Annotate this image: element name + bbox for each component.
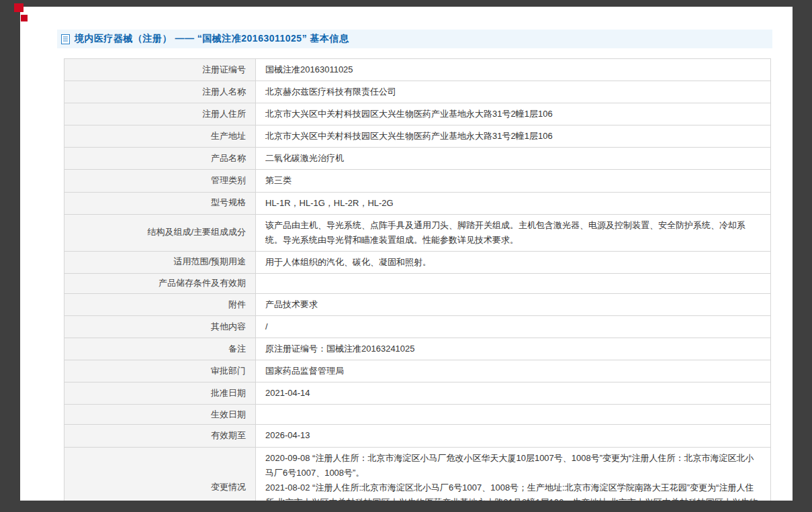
row-label: 其他内容 bbox=[64, 316, 256, 338]
row-value bbox=[256, 405, 771, 425]
row-label: 结构及组成/主要组成成分 bbox=[64, 214, 256, 251]
table-row: 备注 原注册证编号：国械注准20163241025 bbox=[64, 338, 771, 360]
document-icon bbox=[61, 34, 70, 44]
page-title: 境内医疗器械（注册） —— “国械注准20163011025” 基本信息 bbox=[75, 33, 349, 45]
row-value: 二氧化碳激光治疗机 bbox=[256, 148, 771, 170]
row-label: 注册人住所 bbox=[64, 103, 256, 125]
row-value: 原注册证编号：国械注准20163241025 bbox=[256, 338, 771, 360]
row-label: 审批部门 bbox=[64, 360, 256, 382]
row-value: HL-1R，HL-1G，HL-2R，HL-2G bbox=[256, 192, 771, 214]
row-label: 生产地址 bbox=[64, 125, 256, 148]
row-value: / bbox=[256, 316, 771, 338]
table-row: 注册人住所 北京市大兴区中关村科技园区大兴生物医药产业基地永大路31号2幢1层1… bbox=[64, 103, 771, 125]
row-value: 该产品由主机、导光系统、点阵手具及通用刀头、脚踏开关组成。主机包含激光器、电源及… bbox=[256, 214, 771, 251]
table-row: 有效期至 2026-04-13 bbox=[64, 425, 771, 447]
row-label: 备注 bbox=[64, 338, 256, 360]
table-row: 生效日期 bbox=[64, 405, 771, 425]
row-value: 产品技术要求 bbox=[256, 293, 771, 315]
table-row: 产品名称 二氧化碳激光治疗机 bbox=[64, 148, 771, 170]
row-value: 国械注准20163011025 bbox=[256, 59, 771, 81]
row-value bbox=[256, 273, 771, 293]
table-row: 结构及组成/主要组成成分 该产品由主机、导光系统、点阵手具及通用刀头、脚踏开关组… bbox=[64, 214, 771, 251]
row-label: 变更情况 bbox=[64, 447, 256, 501]
table-row: 管理类别 第三类 bbox=[64, 170, 771, 192]
table-row: 产品储存条件及有效期 bbox=[64, 273, 771, 293]
row-value: 北京市大兴区中关村科技园区大兴生物医药产业基地永大路31号2幢1层106 bbox=[256, 103, 771, 125]
table-row: 注册人名称 北京赫尔兹医疗科技有限责任公司 bbox=[64, 81, 771, 103]
browser-viewport: 境内医疗器械（注册） —— “国械注准20163011025” 基本信息 注册证… bbox=[0, 0, 812, 512]
table-row: 型号规格 HL-1R，HL-1G，HL-2R，HL-2G bbox=[64, 192, 771, 214]
row-label: 适用范围/预期用途 bbox=[64, 251, 256, 273]
row-value: 2021-04-14 bbox=[256, 382, 771, 405]
row-value: 用于人体组织的汽化、碳化、凝固和照射。 bbox=[256, 251, 771, 273]
table-row: 审批部门 国家药品监督管理局 bbox=[64, 360, 771, 382]
row-label: 管理类别 bbox=[64, 170, 256, 192]
row-label: 附件 bbox=[64, 293, 256, 315]
table-row: 其他内容 / bbox=[64, 316, 771, 338]
row-label: 注册人名称 bbox=[64, 81, 256, 103]
registration-info-table: 注册证编号 国械注准20163011025 注册人名称 北京赫尔兹医疗科技有限责… bbox=[64, 58, 771, 501]
table-row: 批准日期 2021-04-14 bbox=[64, 382, 771, 405]
row-label: 有效期至 bbox=[64, 425, 256, 447]
table-row: 生产地址 北京市大兴区中关村科技园区大兴生物医药产业基地永大路31号2幢1层10… bbox=[64, 125, 771, 148]
row-value: 2026-04-13 bbox=[256, 425, 771, 447]
red-marker-small-icon bbox=[21, 15, 28, 21]
row-value: 北京赫尔兹医疗科技有限责任公司 bbox=[256, 81, 771, 103]
row-label: 产品名称 bbox=[64, 148, 256, 170]
row-label: 批准日期 bbox=[64, 382, 256, 405]
page-title-bar: 境内医疗器械（注册） —— “国械注准20163011025” 基本信息 bbox=[57, 30, 772, 48]
info-table-body: 注册证编号 国械注准20163011025 注册人名称 北京赫尔兹医疗科技有限责… bbox=[64, 59, 771, 501]
row-label: 生效日期 bbox=[64, 405, 256, 425]
row-label: 产品储存条件及有效期 bbox=[64, 273, 256, 293]
row-value: 2020-09-08 “注册人住所：北京市海淀区小马厂危改小区华天大厦10层10… bbox=[256, 447, 771, 501]
red-marker-icon bbox=[14, 3, 24, 12]
table-row: 适用范围/预期用途 用于人体组织的汽化、碳化、凝固和照射。 bbox=[64, 251, 771, 273]
table-row: 注册证编号 国械注准20163011025 bbox=[64, 59, 771, 81]
row-value: 国家药品监督管理局 bbox=[256, 360, 771, 382]
table-row: 附件 产品技术要求 bbox=[64, 293, 771, 315]
row-value: 第三类 bbox=[256, 170, 771, 192]
row-label: 注册证编号 bbox=[64, 59, 256, 81]
table-row: 变更情况 2020-09-08 “注册人住所：北京市海淀区小马厂危改小区华天大厦… bbox=[64, 447, 771, 501]
registration-info-page: 境内医疗器械（注册） —— “国械注准20163011025” 基本信息 注册证… bbox=[20, 7, 793, 501]
row-label: 型号规格 bbox=[64, 192, 256, 214]
row-value: 北京市大兴区中关村科技园区大兴生物医药产业基地永大路31号2幢1层106 bbox=[256, 125, 771, 148]
